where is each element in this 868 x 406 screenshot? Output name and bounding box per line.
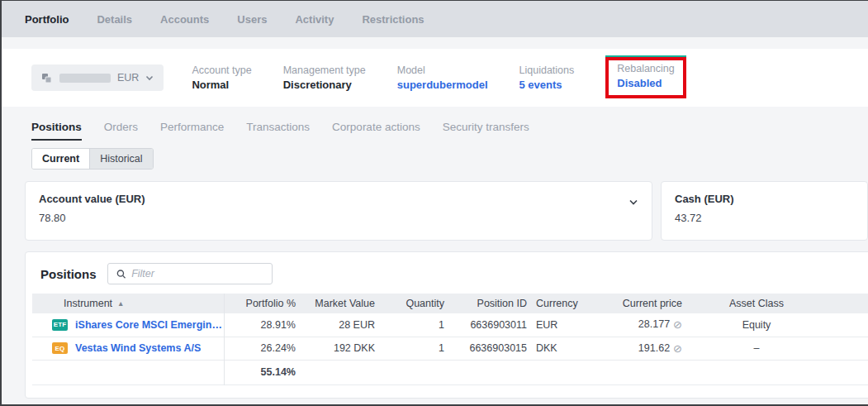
price-unavailable-icon: ⊘ [673,342,682,355]
card-label: Account value (EUR) [39,193,145,205]
column-header-position-id[interactable]: Position ID [451,294,530,313]
tab-corporate-actions[interactable]: Corporate actions [332,121,420,141]
column-header-current-price[interactable]: Current price [581,294,682,313]
column-header-instrument[interactable]: Instrument▲ [32,294,224,313]
table-header-row: Instrument▲ Portfolio % Market Value Qua… [32,294,868,313]
card-value: 43.72 [675,212,734,224]
positions-panel-header: Positions [32,260,868,294]
market-value-cell: 192 DKK [299,337,377,360]
instrument-cell: ETF iShares Core MSCI Emerging ... [32,319,224,331]
redacted-account-name [59,74,111,83]
model-link[interactable]: superdubermodel [397,79,488,91]
section-tabs: Positions Orders Performance Transaction… [2,107,868,141]
top-navigation: Portfolio Details Accounts Users Activit… [2,1,868,37]
instrument-cell: EQ Vestas Wind Systems A/S [32,342,224,354]
summary-cards: Account value (EUR) 78.80 Cash (EUR) 43.… [25,181,868,241]
account-currency-label: EUR [117,72,139,84]
asset-class-cell: – [682,337,831,360]
nav-tab-activity[interactable]: Activity [295,13,334,26]
filter-field[interactable] [107,263,273,284]
view-toggle: Current Historical [31,148,154,170]
field-label: Management type [283,64,366,76]
asset-class-cell: Equity [682,313,831,337]
positions-panel: Positions Instrument▲ Portfolio % Market… [25,251,868,399]
account-value-card: Account value (EUR) 78.80 [25,181,652,241]
total-row: 55.14% [32,360,868,385]
portfolio-pct-cell: 28.91% [224,313,299,337]
chevron-down-icon [628,199,638,206]
tab-performance[interactable]: Performance [160,121,224,141]
card-label: Cash (EUR) [675,193,734,205]
toggle-current[interactable]: Current [32,149,90,169]
price-value: 191.62 [638,342,670,354]
position-id-cell: 6636903011 [451,313,530,337]
field-label: Model [397,64,488,76]
field-account-type: Account type Normal [192,64,251,91]
position-id-cell: 6636903015 [451,337,530,360]
field-model: Model superdubermodel [397,64,488,91]
current-price-cell: 191.62⊘ [581,337,682,360]
sort-ascending-icon: ▲ [117,299,124,308]
tab-transactions[interactable]: Transactions [246,121,310,141]
currency-cell: DKK [530,337,581,360]
table-row[interactable]: EQ Vestas Wind Systems A/S 26.24% 192 DK… [32,337,868,360]
quantity-cell: 1 [377,337,451,360]
field-label: Liquidations [519,64,575,76]
expand-card-button[interactable] [628,194,638,209]
field-label: Account type [192,64,251,76]
currency-cell: EUR [530,313,581,337]
column-header-asset-class[interactable]: Asset Class [682,294,831,313]
rebalancing-link[interactable]: Disabled [617,77,675,89]
search-icon [116,269,126,279]
column-header-empty [831,294,868,313]
etf-badge: ETF [52,319,68,331]
field-label: Rebalancing [617,63,675,74]
nav-tab-details[interactable]: Details [97,13,132,26]
spacer [2,37,868,49]
instrument-link[interactable]: iShares Core MSCI Emerging ... [75,319,223,331]
quantity-cell: 1 [377,313,451,337]
tab-positions[interactable]: Positions [31,121,82,141]
column-header-currency[interactable]: Currency [530,294,581,313]
portfolio-icon [41,72,53,84]
nav-tab-portfolio[interactable]: Portfolio [25,13,69,26]
positions-table: Instrument▲ Portfolio % Market Value Qua… [32,294,868,385]
filter-input[interactable] [131,268,263,279]
field-rebalancing-highlighted: Rebalancing Disabled [605,57,686,98]
account-fields: Account type Normal Management type Disc… [192,57,685,98]
account-selector[interactable]: EUR [31,64,164,91]
liquidations-link[interactable]: 5 events [519,79,575,91]
account-info-bar: EUR Account type Normal Management type … [2,49,868,107]
field-value: Discretionary [283,79,366,91]
column-header-market-value[interactable]: Market Value [299,294,377,313]
nav-tab-users[interactable]: Users [237,13,267,26]
field-management-type: Management type Discretionary [283,64,366,91]
instrument-link[interactable]: Vestas Wind Systems A/S [75,342,201,354]
total-portfolio-pct: 55.14% [224,360,299,385]
chevron-down-icon [145,75,154,81]
price-unavailable-icon: ⊘ [673,318,682,331]
cash-card: Cash (EUR) 43.72 [661,181,868,241]
current-price-cell: 28.177⊘ [581,313,682,337]
portfolio-pct-cell: 26.24% [224,337,299,360]
column-header-portfolio-pct[interactable]: Portfolio % [224,294,299,313]
tab-orders[interactable]: Orders [104,121,138,141]
field-liquidations: Liquidations 5 events [519,64,575,91]
price-value: 28.177 [638,318,670,330]
card-value: 78.80 [39,212,145,224]
column-label: Instrument [64,298,112,309]
equity-badge: EQ [52,342,68,354]
market-value-cell: 28 EUR [299,313,377,337]
toggle-historical[interactable]: Historical [90,149,152,169]
tab-security-transfers[interactable]: Security transfers [443,121,529,141]
positions-title: Positions [40,267,97,281]
table-row[interactable]: ETF iShares Core MSCI Emerging ... 28.91… [32,313,868,337]
nav-tab-restrictions[interactable]: Restrictions [362,13,424,26]
column-header-quantity[interactable]: Quantity [377,294,451,313]
nav-tab-accounts[interactable]: Accounts [160,13,209,26]
field-value: Normal [192,79,251,91]
